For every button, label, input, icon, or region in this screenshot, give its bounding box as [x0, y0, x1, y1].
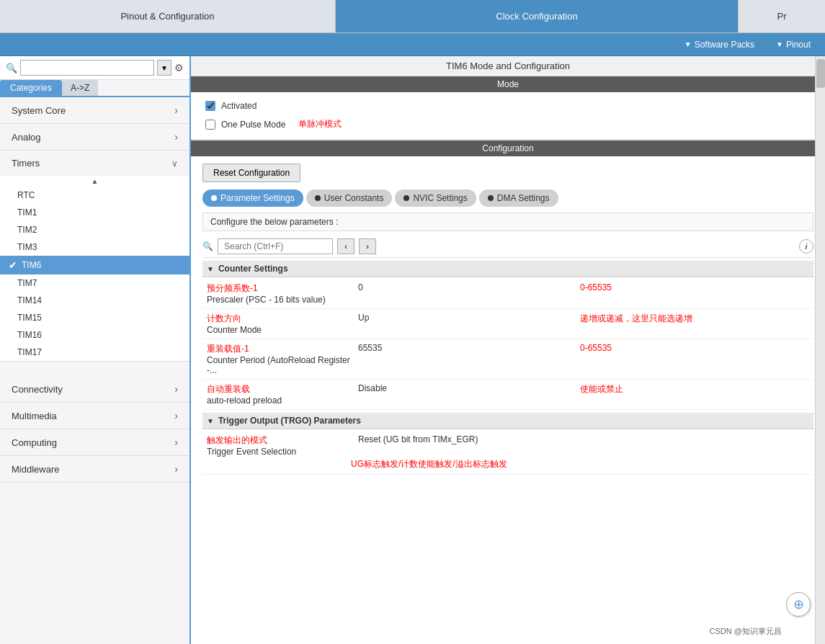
trigger-extra-annotation: UG标志触发/计数使能触发/溢出标志触发 — [207, 457, 809, 470]
sidebar-group-multimedia: Multimedia › — [0, 403, 189, 429]
sidebar-item-tim2[interactable]: TIM2 — [0, 221, 189, 238]
chevron-down-counter: ▼ — [207, 265, 214, 273]
mode-section: Activated One Pulse Mode 单脉冲模式 — [191, 92, 825, 140]
tab-pinout-config[interactable]: Pinout & Configuration — [0, 0, 336, 32]
tab-nvic-settings[interactable]: NVIC Settings — [395, 189, 476, 207]
tab-pr-label: Pr — [777, 11, 787, 22]
pinout-label: Pinout — [786, 40, 811, 50]
param-name-prescaler: 预分频系数-1 Prescaler (PSC - 16 bits value) — [207, 282, 351, 305]
counter-mode-key: Counter Mode — [207, 325, 262, 335]
scrollbar[interactable] — [815, 56, 825, 644]
reset-config-button[interactable]: Reset Configuration — [202, 164, 300, 182]
trigger-annotation: 触发输出的模式 — [207, 434, 351, 447]
sidebar-group-middleware: Middleware › — [0, 456, 189, 483]
gear-button[interactable]: ⚙ — [174, 62, 184, 73]
tab-parameter-settings[interactable]: Parameter Settings — [202, 189, 303, 207]
sidebar-group-header-system-core[interactable]: System Core › — [0, 97, 189, 123]
param-range-prescaler: 0-65535 — [580, 282, 809, 292]
sidebar-item-tim6[interactable]: ✔ TIM6 — [0, 256, 189, 274]
dot-icon-4 — [488, 195, 494, 201]
sidebar-item-tim16[interactable]: TIM16 — [0, 326, 189, 344]
activated-row: Activated — [205, 101, 811, 111]
sidebar-item-tim17[interactable]: TIM17 — [0, 344, 189, 361]
category-tabs: Categories A->Z — [0, 80, 189, 97]
sidebar-group-header-timers[interactable]: Timers ∨ — [0, 151, 189, 176]
pinout-nav[interactable]: ▼ Pinout — [776, 40, 811, 50]
timers-label: Timers — [12, 158, 40, 169]
sidebar-item-tim15[interactable]: TIM15 — [0, 309, 189, 326]
param-name-counter-period: 重装载值-1 Counter Period (AutoReload Regist… — [207, 343, 351, 375]
param-range-autoreload: 使能或禁止 — [580, 383, 809, 395]
sidebar-item-tim7[interactable]: TIM7 — [0, 274, 189, 292]
dot-icon — [211, 195, 217, 201]
one-pulse-row: One Pulse Mode 单脉冲模式 — [205, 118, 811, 130]
param-value-counter-period: 65535 — [351, 343, 580, 353]
sidebar-group-computing: Computing › — [0, 429, 189, 456]
tab-clock-config[interactable]: Clock Configuration — [336, 0, 739, 32]
system-core-label: System Core — [12, 105, 66, 116]
param-range-counter-period: 0-65535 — [580, 343, 809, 353]
mode-header: Mode — [191, 76, 825, 92]
param-range-counter-mode: 递增或递减，这里只能选递增 — [580, 313, 809, 325]
counter-period-range: 0-65535 — [580, 343, 612, 353]
sidebar-item-tim3[interactable]: TIM3 — [0, 238, 189, 256]
chevron-right-icon-comp: › — [174, 437, 178, 448]
zoom-button[interactable]: ⊕ — [786, 592, 811, 617]
configure-text-bar: Configure the below parameters : — [202, 213, 813, 231]
prescaler-annotation: 预分频系数-1 — [207, 282, 351, 295]
sidebar-item-rtc[interactable]: RTC — [0, 187, 189, 204]
sidebar-group-header-connectivity[interactable]: Connectivity › — [0, 376, 189, 402]
tab-pinout-config-label: Pinout & Configuration — [120, 11, 214, 22]
scroll-up[interactable]: ▲ — [0, 176, 189, 187]
nav-back-button[interactable]: ‹ — [337, 238, 354, 254]
param-tabs: Parameter Settings User Constants NVIC S… — [202, 189, 813, 207]
info-icon[interactable]: i — [799, 239, 813, 254]
trigger-key: Trigger Event Selection — [207, 447, 296, 457]
param-value-autoreload: Disable — [351, 383, 580, 393]
one-pulse-checkbox[interactable] — [205, 120, 215, 130]
computing-label: Computing — [12, 437, 57, 448]
param-row-counter-mode: 计数方向 Counter Mode Up 递增或递减，这里只能选递增 — [202, 309, 813, 339]
param-search-row: 🔍 ‹ › i — [202, 236, 813, 258]
param-name-counter-mode: 计数方向 Counter Mode — [207, 313, 351, 335]
trigger-value: Reset (UG bit from TIMx_EGR) — [358, 434, 478, 444]
param-row-autoreload: 自动重装载 auto-reload preload Disable 使能或禁止 — [202, 380, 813, 410]
chevron-right-icon: › — [174, 104, 178, 116]
chevron-right-icon-2: › — [174, 131, 178, 143]
param-name-autoreload: 自动重装载 auto-reload preload — [207, 383, 351, 406]
tab-dma-settings[interactable]: DMA Settings — [479, 189, 558, 207]
prescaler-range: 0-65535 — [580, 282, 612, 292]
sidebar-group-header-multimedia[interactable]: Multimedia › — [0, 403, 189, 429]
sidebar-group-header-computing[interactable]: Computing › — [0, 429, 189, 455]
sidebar-item-tim14[interactable]: TIM14 — [0, 292, 189, 309]
trigger-output-header: ▼ Trigger Output (TRGO) Parameters — [202, 413, 813, 429]
middleware-label: Middleware — [12, 464, 59, 475]
connectivity-label: Connectivity — [12, 384, 63, 395]
sidebar-group-connectivity: Connectivity › — [0, 376, 189, 403]
param-row-prescaler: 预分频系数-1 Prescaler (PSC - 16 bits value) … — [202, 279, 813, 309]
param-search-input[interactable] — [218, 238, 333, 254]
tab-pr[interactable]: Pr — [739, 0, 825, 32]
chevron-down-icon: ▼ — [684, 40, 692, 48]
sidebar-group-header-middleware[interactable]: Middleware › — [0, 456, 189, 482]
chevron-down-icon-2: ▼ — [776, 40, 783, 48]
search-input[interactable] — [20, 60, 154, 76]
check-icon: ✔ — [9, 259, 17, 271]
chevron-right-icon-mm: › — [174, 410, 178, 421]
dropdown-button[interactable]: ▼ — [157, 60, 171, 76]
zoom-icon: ⊕ — [793, 596, 804, 612]
software-packs-nav[interactable]: ▼ Software Packs — [684, 40, 754, 50]
tab-user-constants[interactable]: User Constants — [306, 189, 393, 207]
trigger-label-col: 触发输出的模式 Trigger Event Selection — [207, 434, 351, 457]
sidebar-item-tim1[interactable]: TIM1 — [0, 204, 189, 221]
nav-forward-button[interactable]: › — [359, 238, 376, 254]
dot-icon-3 — [403, 195, 409, 201]
autoreload-annotation: 自动重装载 — [207, 383, 351, 395]
counter-mode-annotation: 计数方向 — [207, 313, 351, 325]
search-icon-2: 🔍 — [202, 241, 213, 251]
sidebar-group-header-analog[interactable]: Analog › — [0, 124, 189, 150]
tab-atoz[interactable]: A->Z — [62, 80, 98, 96]
activated-checkbox[interactable] — [205, 101, 215, 111]
tab-categories[interactable]: Categories — [0, 80, 62, 96]
watermark: CSDN @知识掌元昌 — [710, 626, 782, 637]
